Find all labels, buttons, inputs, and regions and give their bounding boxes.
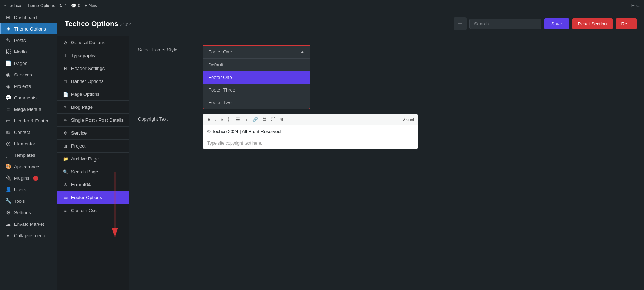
header-settings-icon: H <box>62 66 68 71</box>
comments-nav-icon: 💬 <box>5 95 11 100</box>
sidebar-item-label: Pages <box>14 61 27 66</box>
bold-button[interactable]: B <box>206 116 213 123</box>
editor-toolbar: B I S ⬱ ☰ ⬰ 🔗 ⛓ ⛶ ⊞ <box>203 114 288 125</box>
search-input[interactable] <box>469 19 541 29</box>
templates-icon: ⬚ <box>5 152 11 158</box>
left-nav-blog-page[interactable]: ✎ Blog Page <box>57 101 129 114</box>
admin-bar-comments-count: 0 <box>78 3 80 8</box>
sidebar-item-plugins[interactable]: 🔌 Plugins 1 <box>0 172 57 184</box>
contact-icon: ✉ <box>5 129 11 135</box>
left-nav-error-404[interactable]: ⚠ Error 404 <box>57 178 129 191</box>
sidebar-item-elementor[interactable]: ◎ Elementor <box>0 138 57 149</box>
sidebar-item-dashboard[interactable]: ⊞ Dashboard <box>0 11 57 23</box>
left-nav-banner-options[interactable]: □ Banner Options <box>57 75 129 88</box>
left-nav-search-page[interactable]: 🔍 Search Page <box>57 165 129 178</box>
sidebar-item-label: Projects <box>14 84 31 89</box>
dropdown-open-header: Footer One ▲ <box>203 46 310 59</box>
sidebar-item-label: Settings <box>14 210 31 215</box>
updates-icon: ↻ <box>59 3 63 8</box>
left-nav-footer-options[interactable]: ▭ Footer Options <box>57 191 129 204</box>
sidebar-item-label: Templates <box>14 153 35 158</box>
sidebar-item-services[interactable]: ◉ Services <box>0 69 57 80</box>
wp-sidebar: ⊞ Dashboard ◈ Theme Options ✎ Posts 🖼 Me… <box>0 11 57 290</box>
sidebar-item-contact[interactable]: ✉ Contact <box>0 126 57 138</box>
sidebar-item-label: Services <box>14 72 32 78</box>
reset-button[interactable]: Re... <box>616 18 637 29</box>
left-nav-archive-page[interactable]: 📁 Archive Page <box>57 153 129 165</box>
dropdown-option-footer-two[interactable]: Footer Two <box>203 96 310 109</box>
left-nav-single-post[interactable]: ✏ Single Post / Post Details <box>57 114 129 127</box>
copyright-text-label: Copyright Text <box>138 114 195 122</box>
search-page-icon: 🔍 <box>62 169 68 174</box>
single-post-icon: ✏ <box>62 118 68 123</box>
sidebar-item-projects[interactable]: ◈ Projects <box>0 80 57 92</box>
plugins-icon: 🔌 <box>5 175 11 181</box>
sidebar-item-media[interactable]: 🖼 Media <box>0 46 57 57</box>
left-nav-service[interactable]: ✲ Service <box>57 127 129 140</box>
main-layout: ⊞ Dashboard ◈ Theme Options ✎ Posts 🖼 Me… <box>0 11 644 290</box>
sidebar-item-pages[interactable]: 📄 Pages <box>0 57 57 69</box>
align-left-button[interactable]: ⬱ <box>226 116 233 123</box>
users-icon: 👤 <box>5 187 11 192</box>
sidebar-item-mega-menus[interactable]: ≡ Mega Menus <box>0 103 57 115</box>
list-view-button[interactable]: ☰ <box>454 17 467 30</box>
services-icon: ◉ <box>5 72 11 78</box>
sidebar-item-posts[interactable]: ✎ Posts <box>0 34 57 46</box>
sidebar-item-label: Mega Menus <box>14 107 41 112</box>
mega-menus-icon: ≡ <box>5 106 11 112</box>
left-nav-header-settings[interactable]: H Header Settings <box>57 62 129 75</box>
comments-icon: 💬 <box>71 3 77 8</box>
sidebar-item-theme-options[interactable]: ◈ Theme Options <box>0 23 57 34</box>
tools-icon: 🔧 <box>5 198 11 204</box>
sidebar-item-collapse[interactable]: « Collapse menu <box>0 230 57 241</box>
sidebar-item-label: Contact <box>14 130 30 135</box>
plus-icon: + <box>85 3 87 8</box>
reset-section-button[interactable]: Reset Section <box>572 18 613 29</box>
theme-options-body: ⊙ General Options T Typography H Header … <box>57 36 644 290</box>
align-center-button[interactable]: ☰ <box>234 116 242 123</box>
left-nav-project[interactable]: ⊞ Project <box>57 140 129 153</box>
chevron-up-icon-open: ▲ <box>300 49 305 55</box>
link-button[interactable]: 🔗 <box>251 116 260 123</box>
save-button[interactable]: Save <box>544 18 569 29</box>
sidebar-item-envato[interactable]: ☁ Envato Market <box>0 218 57 230</box>
dropdown-option-footer-one[interactable]: Footer One <box>203 71 310 84</box>
admin-bar-home[interactable]: ⌂ Techco <box>4 3 21 8</box>
projects-icon: ◈ <box>5 83 11 89</box>
sidebar-item-users[interactable]: 👤 Users <box>0 184 57 195</box>
archive-page-icon: 📁 <box>62 156 68 162</box>
blog-page-icon: ✎ <box>62 105 68 110</box>
sidebar-item-comments[interactable]: 💬 Comments <box>0 92 57 103</box>
visual-tab[interactable]: Visual <box>399 116 418 124</box>
left-nav-typography[interactable]: T Typography <box>57 49 129 62</box>
dropdown-option-footer-three[interactable]: Footer Three <box>203 84 310 96</box>
table-button[interactable]: ⊞ <box>278 116 285 123</box>
left-nav-general-options[interactable]: ⊙ General Options <box>57 36 129 49</box>
custom-css-icon: ≡ <box>62 208 68 213</box>
italic-button[interactable]: I <box>213 116 218 123</box>
expand-button[interactable]: ⛶ <box>269 116 277 123</box>
sidebar-item-appearance[interactable]: 🎨 Appearance <box>0 161 57 172</box>
left-nav-page-options[interactable]: 📄 Page Options <box>57 88 129 101</box>
dashboard-icon: ⊞ <box>5 14 11 20</box>
unlink-button[interactable]: ⛓ <box>260 116 268 123</box>
admin-bar-comments[interactable]: 💬 0 <box>71 3 80 8</box>
settings-icon: ⚙ <box>5 210 11 215</box>
project-icon: ⊞ <box>62 144 68 149</box>
collapse-icon: « <box>5 233 11 238</box>
admin-bar-new[interactable]: + New <box>85 3 97 8</box>
theme-options-icon: ◈ <box>5 26 11 32</box>
strikethrough-button[interactable]: S <box>219 116 225 123</box>
sidebar-item-header-footer[interactable]: ▭ Header & Footer <box>0 115 57 126</box>
left-nav-custom-css[interactable]: ≡ Custom Css <box>57 204 129 217</box>
appearance-icon: 🎨 <box>5 164 11 169</box>
sidebar-item-settings[interactable]: ⚙ Settings <box>0 207 57 218</box>
admin-bar-theme-options[interactable]: Theme Options <box>26 3 55 8</box>
admin-bar-updates[interactable]: ↻ 4 <box>59 3 67 8</box>
align-right-button[interactable]: ⬰ <box>242 116 250 123</box>
sidebar-item-templates[interactable]: ⬚ Templates <box>0 149 57 161</box>
editor-content[interactable]: © Techco 2024 | All Right Reserved <box>203 125 418 138</box>
sidebar-item-tools[interactable]: 🔧 Tools <box>0 195 57 207</box>
editor-placeholder: Type site copyright text here. <box>203 138 418 149</box>
dropdown-option-default[interactable]: Default <box>203 59 310 71</box>
